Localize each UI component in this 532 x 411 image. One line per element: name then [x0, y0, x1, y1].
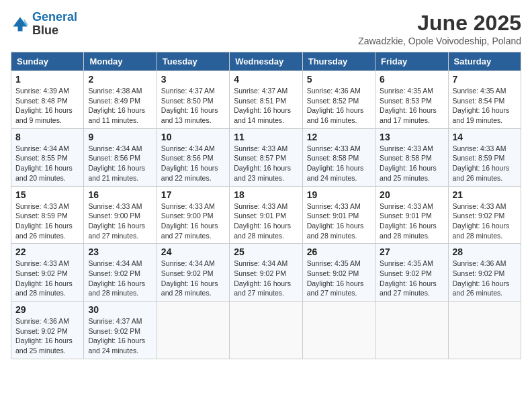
day-info: Sunrise: 4:37 AM Sunset: 9:02 PM Dayligh…	[88, 316, 152, 356]
calendar-week-row: 15Sunrise: 4:33 AM Sunset: 8:59 PM Dayli…	[11, 186, 521, 244]
calendar-day-cell: 8Sunrise: 4:34 AM Sunset: 8:55 PM Daylig…	[11, 128, 84, 186]
calendar-day-cell: 23Sunrise: 4:34 AM Sunset: 9:02 PM Dayli…	[84, 244, 157, 302]
calendar-day-cell: 18Sunrise: 4:33 AM Sunset: 9:01 PM Dayli…	[230, 186, 302, 244]
calendar-day-cell: 25Sunrise: 4:34 AM Sunset: 9:02 PM Dayli…	[230, 244, 302, 302]
calendar-day-cell: 17Sunrise: 4:33 AM Sunset: 9:00 PM Dayli…	[157, 186, 229, 244]
day-info: Sunrise: 4:34 AM Sunset: 9:02 PM Dayligh…	[234, 259, 298, 298]
day-number: 10	[161, 132, 225, 142]
day-number: 5	[307, 74, 371, 85]
day-info: Sunrise: 4:33 AM Sunset: 8:59 PM Dayligh…	[15, 201, 79, 241]
day-info: Sunrise: 4:37 AM Sunset: 8:50 PM Dayligh…	[161, 86, 225, 126]
calendar-week-row: 1Sunrise: 4:39 AM Sunset: 8:48 PM Daylig…	[11, 71, 521, 129]
calendar-day-cell: 14Sunrise: 4:33 AM Sunset: 8:59 PM Dayli…	[448, 128, 521, 186]
day-number: 9	[88, 132, 152, 142]
calendar-day-cell: 3Sunrise: 4:37 AM Sunset: 8:50 PM Daylig…	[157, 71, 229, 129]
day-number: 12	[307, 132, 371, 142]
calendar-day-cell: 1Sunrise: 4:39 AM Sunset: 8:48 PM Daylig…	[11, 71, 84, 129]
calendar-day-cell	[302, 302, 375, 359]
day-info: Sunrise: 4:36 AM Sunset: 9:02 PM Dayligh…	[15, 316, 79, 356]
calendar-day-header: Wednesday	[230, 52, 302, 71]
day-info: Sunrise: 4:33 AM Sunset: 9:01 PM Dayligh…	[307, 201, 371, 241]
day-number: 21	[453, 189, 517, 200]
calendar-day-cell: 13Sunrise: 4:33 AM Sunset: 8:58 PM Dayli…	[375, 128, 448, 186]
day-info: Sunrise: 4:33 AM Sunset: 8:59 PM Dayligh…	[453, 144, 517, 183]
day-number: 3	[161, 74, 225, 85]
calendar-day-cell: 22Sunrise: 4:33 AM Sunset: 9:02 PM Dayli…	[11, 244, 84, 302]
day-info: Sunrise: 4:33 AM Sunset: 9:02 PM Dayligh…	[15, 259, 79, 298]
calendar-day-cell: 21Sunrise: 4:33 AM Sunset: 9:02 PM Dayli…	[448, 186, 521, 244]
day-info: Sunrise: 4:33 AM Sunset: 9:00 PM Dayligh…	[88, 201, 152, 241]
day-info: Sunrise: 4:34 AM Sunset: 8:56 PM Dayligh…	[161, 144, 225, 183]
day-number: 16	[88, 189, 152, 200]
day-number: 6	[380, 74, 443, 85]
day-info: Sunrise: 4:33 AM Sunset: 8:58 PM Dayligh…	[307, 144, 371, 183]
calendar-day-cell: 10Sunrise: 4:34 AM Sunset: 8:56 PM Dayli…	[157, 128, 229, 186]
day-info: Sunrise: 4:33 AM Sunset: 9:01 PM Dayligh…	[380, 201, 443, 241]
calendar-day-cell: 20Sunrise: 4:33 AM Sunset: 9:01 PM Dayli…	[375, 186, 448, 244]
calendar-day-header: Tuesday	[157, 52, 229, 71]
day-info: Sunrise: 4:35 AM Sunset: 8:54 PM Dayligh…	[453, 86, 517, 126]
calendar-day-cell: 19Sunrise: 4:33 AM Sunset: 9:01 PM Dayli…	[302, 186, 375, 244]
calendar-week-row: 22Sunrise: 4:33 AM Sunset: 9:02 PM Dayli…	[11, 244, 521, 302]
day-info: Sunrise: 4:36 AM Sunset: 8:52 PM Dayligh…	[307, 86, 371, 126]
day-number: 14	[453, 132, 517, 142]
calendar-day-cell: 29Sunrise: 4:36 AM Sunset: 9:02 PM Dayli…	[11, 302, 84, 359]
calendar-day-header: Thursday	[302, 52, 375, 71]
day-number: 29	[15, 304, 79, 315]
day-number: 17	[161, 189, 225, 200]
day-number: 2	[88, 74, 152, 85]
day-number: 20	[380, 189, 443, 200]
calendar-day-cell: 27Sunrise: 4:35 AM Sunset: 9:02 PM Dayli…	[375, 244, 448, 302]
day-number: 27	[380, 246, 443, 257]
day-info: Sunrise: 4:34 AM Sunset: 8:56 PM Dayligh…	[88, 144, 152, 183]
calendar-day-cell	[375, 302, 448, 359]
calendar-day-cell: 6Sunrise: 4:35 AM Sunset: 8:53 PM Daylig…	[375, 71, 448, 129]
day-info: Sunrise: 4:33 AM Sunset: 9:02 PM Dayligh…	[453, 201, 517, 241]
day-info: Sunrise: 4:35 AM Sunset: 9:02 PM Dayligh…	[307, 259, 371, 298]
calendar-day-cell: 2Sunrise: 4:38 AM Sunset: 8:49 PM Daylig…	[84, 71, 157, 129]
day-number: 13	[380, 132, 443, 142]
day-info: Sunrise: 4:35 AM Sunset: 8:53 PM Dayligh…	[380, 86, 443, 126]
day-number: 18	[234, 189, 298, 200]
calendar-day-cell: 12Sunrise: 4:33 AM Sunset: 8:58 PM Dayli…	[302, 128, 375, 186]
day-info: Sunrise: 4:36 AM Sunset: 9:02 PM Dayligh…	[453, 259, 517, 298]
day-info: Sunrise: 4:34 AM Sunset: 9:02 PM Dayligh…	[88, 259, 152, 298]
day-info: Sunrise: 4:39 AM Sunset: 8:48 PM Dayligh…	[15, 86, 79, 126]
calendar-day-cell: 7Sunrise: 4:35 AM Sunset: 8:54 PM Daylig…	[448, 71, 521, 129]
title-block: June 2025 Zawadzkie, Opole Voivodeship, …	[358, 11, 521, 46]
day-info: Sunrise: 4:37 AM Sunset: 8:51 PM Dayligh…	[234, 86, 298, 126]
calendar-day-cell: 9Sunrise: 4:34 AM Sunset: 8:56 PM Daylig…	[84, 128, 157, 186]
calendar-day-header: Monday	[84, 52, 157, 71]
calendar-day-cell	[448, 302, 521, 359]
day-info: Sunrise: 4:35 AM Sunset: 9:02 PM Dayligh…	[380, 259, 443, 298]
location-subtitle: Zawadzkie, Opole Voivodeship, Poland	[358, 36, 521, 46]
calendar-week-row: 29Sunrise: 4:36 AM Sunset: 9:02 PM Dayli…	[11, 302, 521, 359]
day-info: Sunrise: 4:34 AM Sunset: 8:55 PM Dayligh…	[15, 144, 79, 183]
calendar-table: SundayMondayTuesdayWednesdayThursdayFrid…	[11, 52, 521, 359]
day-number: 1	[15, 74, 79, 85]
day-info: Sunrise: 4:34 AM Sunset: 9:02 PM Dayligh…	[161, 259, 225, 298]
day-number: 25	[234, 246, 298, 257]
day-number: 30	[88, 304, 152, 315]
page-header: General Blue June 2025 Zawadzkie, Opole …	[11, 11, 521, 46]
month-title: June 2025	[358, 11, 521, 36]
day-number: 7	[453, 74, 517, 85]
calendar-day-cell: 26Sunrise: 4:35 AM Sunset: 9:02 PM Dayli…	[302, 244, 375, 302]
calendar-day-cell: 30Sunrise: 4:37 AM Sunset: 9:02 PM Dayli…	[84, 302, 157, 359]
day-info: Sunrise: 4:33 AM Sunset: 9:01 PM Dayligh…	[234, 201, 298, 241]
day-info: Sunrise: 4:33 AM Sunset: 9:00 PM Dayligh…	[161, 201, 225, 241]
calendar-day-cell: 11Sunrise: 4:33 AM Sunset: 8:57 PM Dayli…	[230, 128, 302, 186]
day-number: 15	[15, 189, 79, 200]
day-number: 4	[234, 74, 298, 85]
calendar-week-row: 8Sunrise: 4:34 AM Sunset: 8:55 PM Daylig…	[11, 128, 521, 186]
day-number: 26	[307, 246, 371, 257]
calendar-day-cell: 24Sunrise: 4:34 AM Sunset: 9:02 PM Dayli…	[157, 244, 229, 302]
day-info: Sunrise: 4:38 AM Sunset: 8:49 PM Dayligh…	[88, 86, 152, 126]
day-number: 23	[88, 246, 152, 257]
day-number: 8	[15, 132, 79, 142]
day-number: 11	[234, 132, 298, 142]
calendar-day-header: Sunday	[11, 52, 84, 71]
day-number: 28	[453, 246, 517, 257]
calendar-day-cell	[157, 302, 229, 359]
calendar-day-cell	[230, 302, 302, 359]
